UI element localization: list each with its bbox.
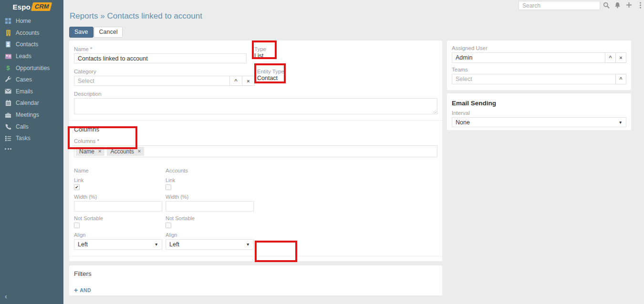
sidebar-item-calls[interactable]: Calls [0,121,63,132]
width-input[interactable] [166,201,254,212]
name-label: Name * [74,46,247,52]
not-sortable-checkbox[interactable] [74,223,80,228]
sidebar-item-accounts[interactable]: Accounts [0,27,63,39]
sidebar-item-label: Contacts [16,41,38,48]
page-title: Contacts linked to account [107,11,202,20]
sidebar-collapse-button[interactable]: ‹ [5,292,7,300]
accounts-icon [4,29,12,36]
sidebar-item-contacts[interactable]: Contacts [0,39,63,51]
breadcrumb: Reports » Contacts linked to account [70,11,202,21]
home-icon [4,18,12,25]
remove-tag-icon[interactable]: × [138,149,141,154]
align-select[interactable]: Left ▼ [166,239,254,250]
columns-section-header: Columns [74,126,437,133]
sidebar: Espo CRM Home Accounts Contacts Leads $ … [0,0,63,304]
caret-up-icon: ^ [619,76,622,82]
assigned-user-input[interactable] [452,52,605,63]
sidebar-item-cases[interactable]: Cases [0,74,63,86]
espocrm-logo[interactable]: Espo CRM [0,0,63,13]
name-input[interactable] [74,53,247,63]
leads-icon [4,53,12,60]
tasks-icon [4,135,12,142]
interval-label: Interval [452,110,626,116]
sidebar-item-tasks[interactable]: Tasks [0,132,63,144]
sidebar-item-leads[interactable]: Leads [0,51,63,62]
section-divider [69,256,442,256]
link-checkbox[interactable] [166,184,171,190]
breadcrumb-reports-link[interactable]: Reports [70,11,98,20]
align-label: Align [74,232,162,238]
link-label: Link [74,177,162,183]
sidebar-item-emails[interactable]: Emails [0,86,63,98]
clear-x-icon: × [247,78,249,84]
report-edit-panel: Name * Type List Category ^ × Entity Typ… [69,41,442,261]
sidebar-more-button[interactable] [0,144,63,150]
emails-icon [4,88,12,95]
quick-create-plus-icon[interactable] [625,1,633,9]
teams-select-button[interactable]: ^ [615,74,626,84]
search-input[interactable] [519,1,600,10]
width-label: Width (%) [74,194,162,200]
save-button[interactable]: Save [69,27,93,38]
dropdown-arrow-icon: ▼ [246,242,250,247]
column-tag-name[interactable]: Name × [76,147,104,156]
sidebar-item-label: Opportunities [16,65,50,71]
caret-up-icon: ^ [609,55,612,61]
category-select-button[interactable]: ^ [229,76,242,86]
columns-tag-field[interactable]: Name × Accounts × [74,145,437,157]
align-select[interactable]: Left ▼ [74,239,162,250]
opportunities-icon: $ [4,64,12,71]
category-input[interactable] [74,76,230,86]
teams-label: Teams [452,67,626,72]
calendar-icon [4,100,12,107]
calls-icon [4,123,12,130]
filters-section-header: Filters [74,270,437,277]
search-icon[interactable] [602,1,610,9]
sidebar-item-label: Meetings [16,111,39,118]
entity-type-value: Contact [257,75,284,81]
interval-select[interactable]: None ▼ [452,117,626,127]
sidebar-item-home[interactable]: Home [0,15,63,27]
link-checkbox[interactable]: ✔ [74,184,80,190]
dropdown-arrow-icon: ▼ [619,120,623,125]
sidebar-item-meetings[interactable]: Meetings [0,109,63,121]
menu-kebab-icon[interactable] [637,1,644,9]
assignment-panel: Assigned User ^ × Teams ^ [447,41,631,90]
column-title: Accounts [166,168,254,173]
add-and-filter-button[interactable]: + AND [74,287,91,294]
filters-panel: Filters + AND [69,265,442,295]
assigned-user-select-button[interactable]: ^ [605,52,616,63]
column-title: Name [74,168,162,173]
sidebar-item-label: Calendar [16,100,39,106]
dropdown-arrow-icon: ▼ [155,242,158,247]
cancel-button[interactable]: Cancel [94,27,123,38]
email-sending-title: Email Sending [452,100,626,107]
topbar-icons [602,1,644,9]
column-settings-name: Name Link ✔ Width (%) Not Sortable Align… [74,168,162,250]
description-textarea[interactable] [74,98,437,114]
sidebar-item-calendar[interactable]: Calendar [0,97,63,109]
not-sortable-checkbox[interactable] [166,223,171,228]
not-sortable-label: Not Sortable [74,215,162,221]
clear-x-icon: × [619,55,622,61]
column-tag-accounts[interactable]: Accounts × [107,147,144,156]
section-divider [69,120,442,121]
description-label: Description [74,91,437,97]
category-clear-button[interactable]: × [242,76,255,86]
sidebar-item-label: Leads [16,53,31,60]
notifications-bell-icon[interactable] [614,1,621,9]
teams-input[interactable] [452,74,616,84]
sidebar-item-label: Cases [16,76,32,83]
width-input[interactable] [74,201,162,212]
sidebar-item-opportunities[interactable]: $ Opportunities [0,62,63,74]
column-settings-accounts: Accounts Link Width (%) Not Sortable Ali… [166,168,254,250]
remove-tag-icon[interactable]: × [98,149,101,154]
sidebar-item-label: Tasks [16,135,31,142]
assigned-user-clear-button[interactable]: × [615,52,626,63]
sidebar-item-label: Emails [16,88,33,95]
type-label: Type [254,46,266,52]
sidebar-nav: Home Accounts Contacts Leads $ Opportuni… [0,15,63,150]
type-value: List [254,52,266,59]
entity-type-label: Entity Type [257,69,284,74]
sidebar-item-label: Accounts [16,30,39,36]
